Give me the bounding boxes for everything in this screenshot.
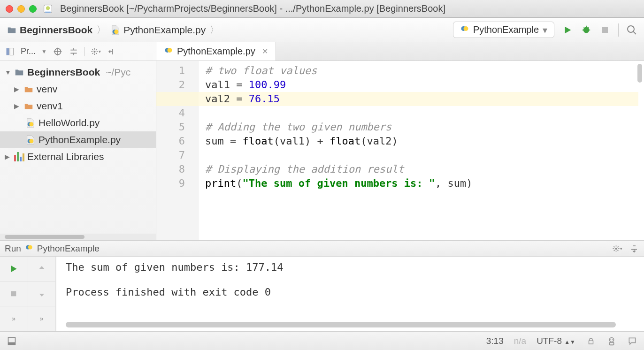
tree-project-root[interactable]: ▼ BeginnersBook ~/Pyc <box>0 64 156 81</box>
inspector-icon[interactable] <box>606 336 617 346</box>
line-number[interactable]: 7 <box>156 148 185 162</box>
tree-file-pythonexample[interactable]: PythonExample.py <box>0 131 156 148</box>
tree-item-label: External Libraries <box>27 151 104 162</box>
sidebar-toolbar: Pr... ▼ ▾ <box>0 42 156 61</box>
hide-icon[interactable] <box>629 243 639 254</box>
tree-file-helloworld[interactable]: HelloWorld.py <box>0 114 156 131</box>
run-console[interactable]: The sum of given numbers is: 177.14 Proc… <box>56 257 644 331</box>
svg-point-23 <box>29 122 33 126</box>
code-comment: # Displaying the addition result <box>205 163 404 175</box>
code-string: "The sum of given numbers is: " <box>242 177 435 189</box>
python-file-icon <box>164 46 173 57</box>
divider <box>618 23 619 37</box>
run-button[interactable] <box>562 24 573 36</box>
svg-point-35 <box>609 337 613 342</box>
code-var: val1 <box>205 79 230 91</box>
down-stack-button[interactable] <box>28 282 56 306</box>
target-icon[interactable] <box>53 46 63 57</box>
feedback-icon[interactable] <box>627 336 637 346</box>
close-tab-icon[interactable]: ✕ <box>262 47 268 56</box>
debug-button[interactable] <box>581 24 592 36</box>
code-number: 100.99 <box>249 79 286 91</box>
code-var: sum <box>448 177 467 189</box>
svg-rect-16 <box>7 48 9 55</box>
lock-icon[interactable] <box>586 336 596 346</box>
up-stack-button[interactable] <box>28 257 56 282</box>
line-number[interactable]: 1 <box>156 64 185 78</box>
collapse-all-icon[interactable] <box>69 46 79 57</box>
svg-point-37 <box>610 339 611 340</box>
expand-arrow-icon[interactable]: ▶ <box>14 85 21 93</box>
stop-button[interactable] <box>599 24 611 36</box>
python-file-icon <box>25 118 36 128</box>
svg-rect-2 <box>45 11 51 12</box>
hide-icon[interactable] <box>107 46 117 57</box>
tree-project-name: BeginnersBook <box>27 67 100 78</box>
line-number[interactable]: 5 <box>156 120 185 134</box>
run-configuration-dropdown[interactable]: PythonExample ▾ <box>453 22 554 38</box>
tree-folder-venv[interactable]: ▶ venv <box>0 81 156 98</box>
navigation-bar: BeginnersBook 〉 PythonExample.py 〉 Pytho… <box>0 18 644 42</box>
libraries-icon <box>14 152 24 162</box>
tree-item-label: PythonExample.py <box>38 134 121 145</box>
breadcrumb-project[interactable]: BeginnersBook <box>20 24 92 36</box>
folder-icon <box>23 101 34 111</box>
minimize-window-button[interactable] <box>17 5 25 13</box>
zoom-window-button[interactable] <box>29 5 37 13</box>
svg-point-1 <box>46 6 50 10</box>
line-number[interactable]: 4 <box>156 106 185 120</box>
rerun-button[interactable] <box>0 257 28 282</box>
gear-icon[interactable]: ▾ <box>612 243 622 254</box>
code-comment: # two float values <box>205 65 317 76</box>
editor-tab-pythonexample[interactable]: PythonExample.py ✕ <box>156 42 276 61</box>
line-separator[interactable]: n/a <box>514 336 526 346</box>
chevron-down-icon: ▾ <box>543 24 547 36</box>
chevron-down-icon: ▼ <box>41 48 47 55</box>
sidebar-horizontal-scrollbar[interactable] <box>0 234 156 240</box>
tree-external-libraries[interactable]: ▶ External Libraries <box>0 148 156 165</box>
svg-point-4 <box>114 30 118 34</box>
file-encoding[interactable]: UTF-8 ▲▼ <box>537 336 575 346</box>
expand-arrow-icon[interactable]: ▼ <box>5 68 11 76</box>
sort-icon: ▲▼ <box>564 339 575 345</box>
line-number[interactable]: 2 <box>156 78 185 92</box>
project-tree[interactable]: ▼ BeginnersBook ~/Pyc ▶ venv ▶ venv1 Hel… <box>0 61 156 234</box>
code-editor[interactable]: 1 2 3 4 5 6 7 8 9 # two float values val… <box>156 61 644 240</box>
caret-position[interactable]: 3:13 <box>486 336 504 346</box>
sidebar-label[interactable]: Pr... <box>21 46 36 56</box>
svg-line-15 <box>633 31 636 34</box>
tree-folder-venv1[interactable]: ▶ venv1 <box>0 98 156 114</box>
run-header: Run PythonExample ▾ <box>0 241 644 257</box>
run-label: Run <box>5 243 21 254</box>
svg-rect-34 <box>589 341 593 344</box>
folder-icon <box>7 25 17 35</box>
folder-icon <box>23 84 34 94</box>
line-number-gutter[interactable]: 1 2 3 4 5 6 7 8 9 <box>156 61 199 240</box>
breadcrumb-file[interactable]: PythonExample.py <box>123 24 206 36</box>
run-config-label: PythonExample <box>473 24 539 35</box>
more-left-icon[interactable]: » <box>0 306 28 331</box>
run-tool-window: Run PythonExample ▾ » » The sum of given… <box>0 240 644 331</box>
breadcrumb[interactable]: BeginnersBook 〉 PythonExample.py 〉 <box>7 23 221 37</box>
search-everywhere-button[interactable] <box>626 24 637 36</box>
close-window-button[interactable] <box>6 5 13 13</box>
run-config-name[interactable]: PythonExample <box>37 243 100 254</box>
stop-button[interactable] <box>0 282 28 306</box>
gear-icon[interactable]: ▾ <box>91 46 101 57</box>
project-view-icon[interactable] <box>5 46 15 57</box>
expand-arrow-icon[interactable]: ▶ <box>14 102 21 110</box>
python-file-icon <box>110 25 121 35</box>
svg-rect-33 <box>8 342 15 344</box>
line-number[interactable]: 9 <box>156 176 185 190</box>
code-var: val2 <box>205 93 230 105</box>
tree-item-label: HelloWorld.py <box>38 117 100 129</box>
expand-arrow-icon[interactable]: ▶ <box>5 153 11 160</box>
line-number[interactable]: 8 <box>156 162 185 176</box>
code-content[interactable]: # two float values val1 = 100.99 val2 = … <box>199 61 644 240</box>
more-right-icon[interactable]: » <box>28 306 56 331</box>
line-number[interactable]: 6 <box>156 134 185 148</box>
tool-window-quick-access-icon[interactable] <box>7 336 17 346</box>
run-toolbar: » » <box>0 257 56 331</box>
folder-icon <box>14 67 24 77</box>
console-horizontal-scrollbar[interactable] <box>66 322 616 327</box>
